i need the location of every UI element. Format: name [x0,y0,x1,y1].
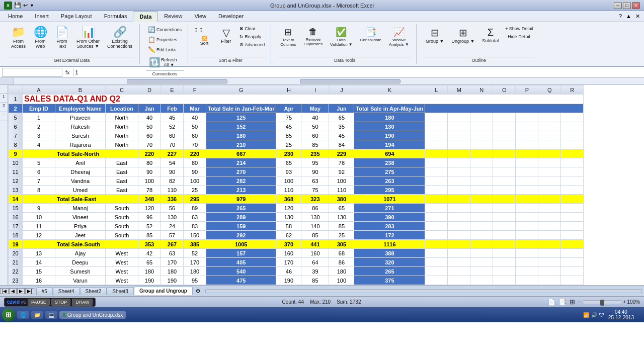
jun-cell[interactable]: 35 [329,122,354,131]
tray-network[interactable]: 📶 [583,312,589,318]
may-cell[interactable]: 86 [301,204,329,213]
location-cell[interactable]: North [106,140,138,149]
emp-name-cell[interactable]: Vandna [55,176,106,186]
reapply-button[interactable]: ↻ Reapply [237,33,267,40]
emp-id-cell[interactable]: 15 [23,267,55,276]
total_q1-cell[interactable]: 475 [206,276,276,285]
jan-cell[interactable]: 220 [138,149,161,158]
col-header-c[interactable]: C [106,85,138,95]
mar-cell[interactable]: 170 [184,258,206,267]
mar-cell[interactable]: 63 [184,213,206,222]
existing-connections-button[interactable]: 🔗 ExistingConnections [104,25,135,50]
feb-cell[interactable]: 170 [161,258,184,267]
may-cell[interactable]: 95 [301,158,329,167]
col-header-j[interactable]: J [329,85,354,95]
may-cell[interactable]: 140 [301,222,329,231]
hide-detail-button[interactable]: - Hide Detail [503,33,535,40]
system-clock[interactable]: 04:40 25-12-2013 [608,309,634,320]
sheet-scroll-next[interactable]: ▶ [17,288,25,294]
apr-cell[interactable]: 62 [276,231,301,240]
outline-num-1[interactable]: 1 [0,94,8,103]
jun-cell[interactable]: 45 [329,131,354,140]
properties-button[interactable]: 📋 Properties [146,35,179,44]
total_q2-cell[interactable]: 238 [354,158,425,167]
mar-cell[interactable]: 80 [184,158,206,167]
location-cell[interactable]: East [106,176,138,186]
jun-cell[interactable]: 130 [329,213,354,222]
mar-cell[interactable]: 50 [184,122,206,131]
jun-cell[interactable]: 84 [329,140,354,149]
tray-security[interactable]: 🛡 [599,312,604,318]
apr-cell[interactable]: 93 [276,167,301,176]
location-cell[interactable]: North [106,113,138,122]
location-cell[interactable]: East [106,186,138,195]
feb-cell[interactable]: 82 [161,176,184,186]
jun-cell[interactable]: 180 [329,267,354,276]
col-header-h[interactable]: H [276,85,301,95]
show-detail-button[interactable]: + Show Detail [503,25,535,32]
taskbar-ie[interactable]: 🌐 [17,311,29,319]
outline-num-2[interactable]: 2 [0,103,8,112]
col-header-d[interactable]: D [138,85,161,95]
total_q2-cell[interactable]: 375 [354,276,425,285]
emp-id-cell[interactable]: 14 [23,258,55,267]
ungroup-button[interactable]: ⊞ Ungroup ▼ [448,25,477,45]
col-header-k[interactable]: K [354,85,425,95]
emp-id-cell[interactable]: 1 [23,113,55,122]
may-cell[interactable]: 64 [301,258,329,267]
total_q2-cell[interactable]: 295 [354,186,425,195]
feb-cell[interactable]: 190 [161,276,184,285]
feb-cell[interactable]: 56 [161,204,184,213]
total_q2-cell[interactable]: 1071 [354,195,425,204]
location-cell[interactable]: West [106,276,138,285]
tab-view[interactable]: View [188,11,212,22]
col-header-g[interactable]: G [206,85,276,95]
total_q2-cell[interactable]: 694 [354,149,425,158]
header-location[interactable]: Location [106,104,138,113]
col-scroll-right[interactable] [300,79,400,83]
total_q1-cell[interactable]: 210 [206,140,276,149]
feb-cell[interactable]: 227 [161,149,184,158]
header-jan[interactable]: Jan [138,104,161,113]
jan-cell[interactable]: 70 [138,140,161,149]
sheet-scroll-area[interactable]: A B C D E F G H I J K L M N O P Q [8,85,644,285]
may-cell[interactable]: 85 [301,140,329,149]
may-cell[interactable]: 160 [301,249,329,258]
feb-cell[interactable]: 267 [161,240,184,249]
emp-id-cell[interactable]: 9 [23,204,55,213]
location-cell[interactable]: East [106,167,138,176]
tab-formulas[interactable]: Formulas [98,11,133,22]
sheet-scroll-prev[interactable]: ◀ [9,288,17,294]
jan-cell[interactable]: 100 [138,176,161,186]
mar-cell[interactable]: 52 [184,249,206,258]
may-cell[interactable]: 235 [301,149,329,158]
location-cell[interactable]: South [106,231,138,240]
feb-cell[interactable]: 52 [161,122,184,131]
col-header-r[interactable]: R [561,85,584,95]
emp-name-cell[interactable]: Deepu [55,258,106,267]
title-cell[interactable]: SALES DATA-Q1 AND Q2 [23,95,584,104]
total_q1-cell[interactable]: 540 [206,267,276,276]
location-cell[interactable]: South [106,213,138,222]
feb-cell[interactable]: 60 [161,131,184,140]
advanced-button[interactable]: ⚙ Advanced [237,41,267,48]
emp-name-cell[interactable]: Dheeraj [55,167,106,176]
jan-cell[interactable]: 85 [138,231,161,240]
zoom-thumb[interactable] [600,300,604,306]
header-emp-name[interactable]: Employee Name [55,104,106,113]
emp-id-cell[interactable]: 5 [23,158,55,167]
close-button[interactable]: ✕ [632,2,640,9]
mar-cell[interactable]: 90 [184,167,206,176]
text-to-columns-button[interactable]: ⊞ Text toColumns [277,25,299,48]
mar-cell[interactable]: 83 [184,222,206,231]
apr-cell[interactable]: 46 [276,267,301,276]
may-cell[interactable]: 323 [301,195,329,204]
clear-button[interactable]: ✖ Clear [237,25,267,32]
total_q1-cell[interactable]: 979 [206,195,276,204]
emp-name-cell[interactable]: Manoj [55,204,106,213]
emp-id-cell[interactable]: 6 [23,167,55,176]
jan-cell[interactable]: 60 [138,131,161,140]
jan-cell[interactable]: 78 [138,186,161,195]
start-button[interactable]: ⊞ [2,308,15,321]
total_q2-cell[interactable]: 390 [354,213,425,222]
